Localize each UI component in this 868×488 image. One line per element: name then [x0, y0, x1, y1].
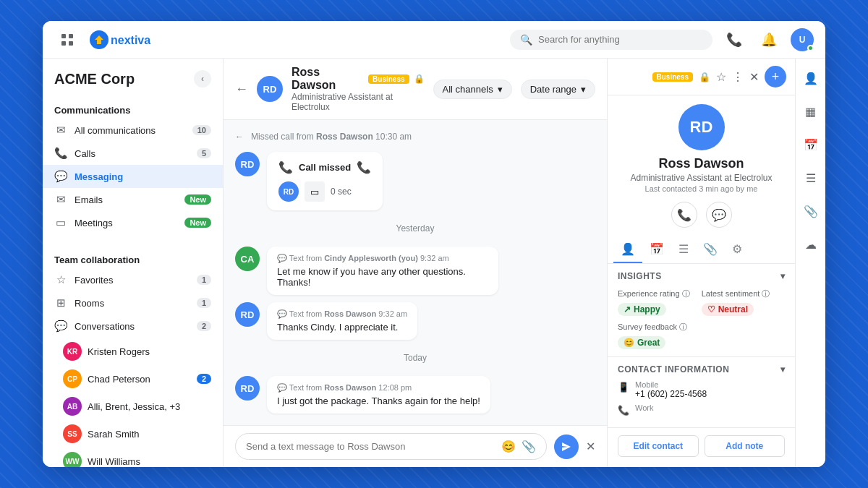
tab-calendar[interactable]: 📅: [642, 236, 671, 263]
msg-row-ross-thanks: RD 💬 Text from Ross Dawson 9:32 am Thank…: [235, 302, 595, 340]
grid-icon[interactable]: [54, 27, 80, 53]
search-input[interactable]: [538, 34, 702, 45]
cloud-icon[interactable]: ☁: [800, 234, 822, 255]
user-icon[interactable]: 👤: [800, 67, 822, 89]
checklist-icon[interactable]: ☰: [800, 167, 822, 189]
chevron-down-icon2: ▾: [581, 84, 586, 95]
search-bar[interactable]: 🔍: [510, 30, 712, 50]
conv-item-will[interactable]: WW Will Williams: [43, 448, 223, 467]
date-divider-today: Today: [235, 353, 595, 363]
channels-filter[interactable]: All channels ▾: [433, 80, 512, 99]
calls-badge: 5: [197, 148, 211, 158]
sidebar: ACME Corp ‹ Communications ✉ All communi…: [43, 59, 224, 467]
chevron-down-icon: ▾: [498, 84, 503, 95]
conv-item-kristen[interactable]: KR Kristen Rogers: [43, 338, 223, 365]
app-window: nextiva 🔍 📞 🔔 U ACME Corp ‹ Communicatio…: [43, 21, 825, 467]
conv-item-chad[interactable]: CP Chad Peterson 2: [43, 365, 223, 393]
contact-tabs: 👤 📅 ☰ 📎 ⚙: [608, 236, 795, 264]
insights-section: INSIGHTS ▾ Experience rating ⓘ ↗ Happy: [608, 264, 795, 356]
message-contact-btn[interactable]: 💬: [706, 202, 732, 228]
tab-list[interactable]: ☰: [671, 236, 696, 263]
phone-icon[interactable]: 📞: [721, 27, 747, 53]
conv-avatar: WW: [63, 452, 82, 467]
sidebar-item-all-communications[interactable]: ✉ All communications 10: [43, 119, 223, 142]
sentiment-chip: ♡ Neutral: [702, 303, 754, 316]
mini-sidebar: 👤 ▦ 📅 ☰ 📎 ☁: [795, 59, 825, 467]
experience-chip: ↗ Happy: [618, 303, 666, 316]
sidebar-item-label: Calls: [75, 148, 190, 159]
attachment-icon[interactable]: 📎: [522, 440, 536, 453]
bell-icon[interactable]: 🔔: [756, 27, 782, 53]
msg-avatar-rd: RD: [235, 152, 260, 176]
call-contact-btn[interactable]: 📞: [671, 202, 697, 228]
great-icon: 😊: [624, 338, 634, 348]
user-avatar[interactable]: U: [791, 28, 814, 51]
voicemail-avatar: RD: [278, 181, 299, 202]
back-button[interactable]: ←: [235, 82, 248, 97]
mobile-value: +1 (602) 225-4568: [635, 389, 707, 399]
contact-panel: Business 🔒 ☆ ⋮ ✕ + RD Ross Dawson Admini…: [607, 59, 795, 467]
tab-settings[interactable]: ⚙: [725, 236, 749, 263]
grid-icon2[interactable]: ▦: [800, 100, 822, 122]
emoji-icon[interactable]: 😊: [501, 440, 516, 453]
info-icon: ⓘ: [682, 289, 690, 298]
chat-header: ← RD Ross Dawson Business 🔒 Administrati…: [224, 59, 607, 120]
msg-bubble-ross: 💬 Text from Ross Dawson 9:32 am Thanks C…: [267, 302, 417, 340]
contact-panel-header: Business 🔒 ☆ ⋮ ✕ +: [608, 59, 795, 95]
sidebar-item-emails[interactable]: ✉ Emails New: [43, 188, 223, 211]
lock-icon: 🔒: [414, 74, 425, 84]
contact-actions: 📞 💬: [608, 202, 795, 228]
favorites-badge: 1: [197, 275, 211, 285]
tab-attachment[interactable]: 📎: [696, 236, 725, 263]
sidebar-item-meetings[interactable]: ▭ Meetings New: [43, 211, 223, 234]
emails-badge: New: [184, 194, 211, 205]
chat-contact-info: Ross Dawson Business 🔒 Administrative As…: [292, 66, 425, 112]
chat-avatar: RD: [257, 76, 283, 102]
more-button[interactable]: ⋮: [732, 70, 744, 84]
msg-row-ross-package: RD 💬 Text from Ross Dawson 12:08 pm I ju…: [235, 376, 595, 414]
conv-name: Kristen Rogers: [88, 346, 211, 357]
voicemail-icon: ▭: [305, 181, 325, 202]
close-panel-button[interactable]: ✕: [749, 70, 759, 84]
sidebar-item-rooms[interactable]: ⊞ Rooms 1: [43, 291, 223, 314]
msg-bubble-ross2: 💬 Text from Ross Dawson 12:08 pm I just …: [267, 376, 490, 414]
star-button[interactable]: ☆: [716, 70, 726, 84]
message-input[interactable]: [246, 441, 495, 452]
sidebar-item-messaging[interactable]: 💬 Messaging: [43, 165, 223, 188]
phone-blue-icon: 📞: [357, 160, 371, 174]
date-filter[interactable]: Date range ▾: [521, 80, 595, 99]
msg-meta2: 💬 Text from Ross Dawson 9:32 am: [277, 309, 407, 319]
sidebar-item-calls[interactable]: 📞 Calls 5: [43, 142, 223, 165]
svg-rect-1: [69, 34, 73, 38]
calendar-icon[interactable]: 📅: [800, 134, 822, 155]
send-button[interactable]: [554, 435, 579, 459]
work-info: 📞 Work: [618, 403, 785, 416]
phone-missed-icon: 📞: [278, 160, 293, 174]
clear-button[interactable]: ✕: [586, 440, 595, 453]
add-note-button[interactable]: Add note: [705, 435, 786, 457]
rooms-badge: 1: [197, 298, 211, 308]
collapse-btn[interactable]: ‹: [194, 70, 211, 87]
sidebar-item-label: Conversations: [75, 321, 190, 332]
add-button[interactable]: +: [765, 66, 786, 87]
sidebar-item-label: Favorites: [75, 275, 190, 286]
contact-role: Administrative Assistant at Electrolux: [608, 173, 795, 183]
sidebar-item-label: Meetings: [75, 218, 177, 228]
svg-rect-2: [61, 41, 66, 46]
edit-contact-button[interactable]: Edit contact: [618, 435, 699, 457]
sidebar-item-favorites[interactable]: ☆ Favorites 1: [43, 268, 223, 291]
voicemail-row: RD ▭ 0 sec: [278, 181, 371, 202]
msg-avatar-rd3: RD: [235, 376, 260, 401]
conv-item-alli[interactable]: AB Alli, Brent, Jessica, +3: [43, 393, 223, 420]
svg-text:nextiva: nextiva: [111, 34, 150, 46]
conv-item-sarah[interactable]: SS Sarah Smith: [43, 420, 223, 448]
insights-row1: Experience rating ⓘ ↗ Happy Latest senti…: [618, 288, 785, 316]
svg-rect-3: [69, 41, 73, 46]
tab-person[interactable]: 👤: [613, 236, 642, 263]
sidebar-item-conversations[interactable]: 💬 Conversations 2: [43, 314, 223, 338]
conv-avatar: CP: [63, 369, 82, 388]
work-icon: 📞: [618, 405, 629, 416]
logo: nextiva: [89, 30, 154, 50]
sidebar-item-label: Messaging: [75, 171, 211, 182]
attachment-icon2[interactable]: 📎: [800, 200, 822, 222]
